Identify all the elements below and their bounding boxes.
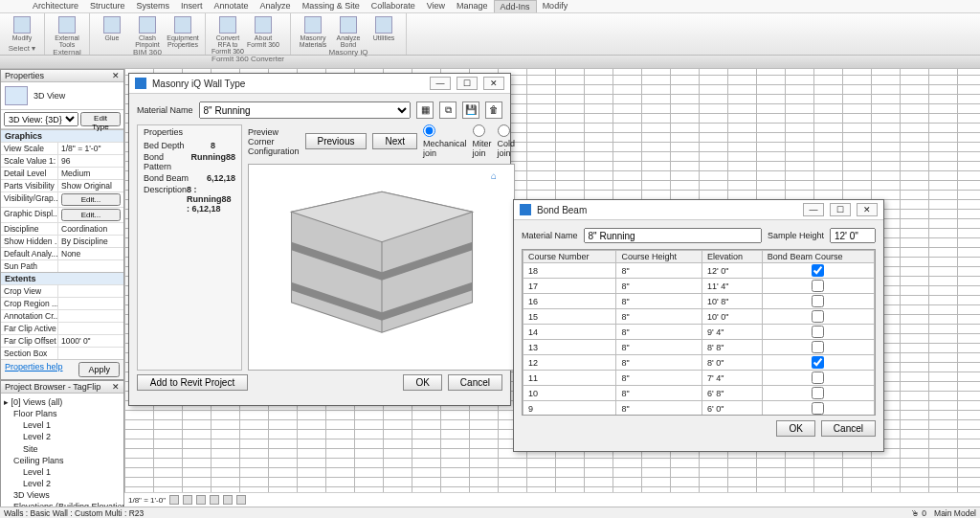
ribbon-button[interactable]: Clash Pinpoint: [131, 15, 164, 48]
ribbon-tab[interactable]: Add-Ins: [494, 0, 537, 12]
apply-button[interactable]: Apply: [78, 362, 120, 377]
table-row[interactable]: 178"11' 4": [523, 279, 875, 294]
edit-button[interactable]: Edit...: [61, 193, 121, 206]
ribbon-button[interactable]: Convert RFA to FormIt 360: [212, 15, 244, 55]
close-button[interactable]: ✕: [857, 203, 878, 216]
bond-beam-checkbox[interactable]: [812, 280, 824, 292]
minimize-button[interactable]: —: [430, 77, 451, 90]
ribbon-button[interactable]: Masonry Materials: [297, 15, 329, 48]
ok-button[interactable]: OK: [776, 420, 814, 437]
cold-join-radio[interactable]: Cold join: [498, 124, 516, 158]
property-row[interactable]: Default Analy...None: [1, 247, 123, 259]
sun-path-icon[interactable]: [196, 495, 206, 505]
column-header[interactable]: Bond Beam Course: [762, 251, 874, 263]
view-selector[interactable]: 3D View: {3D}: [4, 112, 78, 126]
column-header[interactable]: Course Height: [616, 251, 702, 263]
ribbon-button[interactable]: Glue: [96, 15, 128, 48]
maximize-button[interactable]: ☐: [457, 77, 478, 90]
tree-node[interactable]: Level 2: [4, 431, 121, 442]
corner-preview[interactable]: ⌂: [248, 164, 515, 371]
cancel-button[interactable]: Cancel: [821, 420, 876, 437]
ribbon-tab[interactable]: Insert: [175, 0, 209, 12]
table-row[interactable]: 158"10' 0": [523, 309, 875, 325]
property-row[interactable]: DisciplineCoordination: [1, 222, 123, 235]
tree-node[interactable]: 3D Views: [4, 489, 121, 501]
ribbon-button[interactable]: About FormIt 360: [247, 15, 279, 55]
save-icon[interactable]: 💾: [462, 101, 479, 119]
properties-help-link[interactable]: Properties help: [5, 362, 63, 377]
ribbon-button[interactable]: Equipment Properties: [167, 15, 199, 48]
ribbon-tab[interactable]: Massing & Site: [297, 0, 366, 12]
crop-icon[interactable]: [223, 495, 233, 505]
bond-beam-checkbox[interactable]: [812, 295, 824, 307]
bond-beam-checkbox[interactable]: [812, 356, 824, 369]
edit-button[interactable]: Edit...: [61, 209, 121, 221]
maximize-button[interactable]: ☐: [830, 203, 851, 216]
home-icon[interactable]: ⌂: [491, 170, 506, 186]
ribbon-tab[interactable]: Annotate: [209, 0, 255, 12]
delete-icon[interactable]: 🗑: [485, 101, 502, 119]
ribbon-tab[interactable]: Analyze: [255, 0, 297, 12]
ribbon-tab[interactable]: View: [421, 0, 451, 12]
bond-beam-checkbox[interactable]: [812, 264, 824, 277]
ribbon-button[interactable]: Analyze Bond: [332, 15, 365, 48]
close-icon[interactable]: ✕: [112, 382, 120, 392]
bond-beam-checkbox[interactable]: [812, 341, 824, 353]
shadow-icon[interactable]: [210, 495, 219, 505]
ribbon-button[interactable]: External Tools: [51, 15, 83, 48]
duplicate-icon[interactable]: ⧉: [439, 101, 457, 119]
column-header[interactable]: Course Number: [523, 251, 616, 263]
tree-node[interactable]: Ceiling Plans: [4, 455, 121, 466]
new-icon[interactable]: ▦: [416, 101, 434, 119]
property-row[interactable]: View Scale1/8" = 1'-0": [1, 142, 123, 154]
close-button[interactable]: ✕: [483, 77, 504, 90]
view-scale-readout[interactable]: 1/8" = 1'-0": [128, 496, 166, 505]
property-row[interactable]: Sun Path: [1, 259, 123, 272]
close-icon[interactable]: ✕: [112, 71, 120, 80]
minimize-button[interactable]: —: [803, 203, 824, 216]
tree-node[interactable]: ▸ [0] Views (all): [4, 396, 121, 408]
material-name-input[interactable]: [584, 228, 762, 243]
ribbon-button[interactable]: Utilities: [368, 15, 400, 48]
bond-beam-checkbox[interactable]: [812, 402, 824, 415]
table-row[interactable]: 138"8' 8": [523, 340, 875, 355]
ribbon-tab[interactable]: Systems: [131, 0, 176, 12]
ribbon-tab[interactable]: Structure: [84, 0, 131, 12]
material-name-select[interactable]: 8" Running: [199, 101, 411, 119]
tree-node[interactable]: Floor Plans: [4, 408, 121, 419]
property-row[interactable]: Scale Value 1:96: [1, 154, 123, 167]
table-row[interactable]: 98"6' 0": [523, 401, 875, 417]
tree-node[interactable]: Level 1: [4, 419, 121, 431]
property-row[interactable]: Visibility/Grap...Edit...: [1, 191, 123, 207]
property-row[interactable]: Far Clip Active: [1, 322, 123, 334]
property-row[interactable]: Detail LevelMedium: [1, 167, 123, 179]
bond-beam-checkbox[interactable]: [812, 372, 824, 384]
edit-type-button[interactable]: Edit Type: [80, 112, 121, 126]
property-row[interactable]: Annotation Cr...: [1, 309, 123, 322]
bond-beam-checkbox[interactable]: [812, 326, 824, 338]
bond-beam-checkbox[interactable]: [812, 387, 824, 399]
property-row[interactable]: Far Clip Offset1000' 0": [1, 334, 123, 347]
main-model-label[interactable]: Main Model: [934, 508, 976, 518]
ribbon-tab[interactable]: Collaborate: [366, 0, 421, 12]
sample-height-input[interactable]: [830, 228, 876, 243]
table-row[interactable]: 108"6' 8": [523, 386, 875, 401]
column-header[interactable]: Elevation: [702, 251, 763, 263]
detail-level-icon[interactable]: [169, 495, 179, 505]
property-row[interactable]: Graphic Displ...Edit...: [1, 207, 123, 222]
miter-join-radio[interactable]: Miter join: [473, 124, 492, 158]
property-row[interactable]: Crop View: [1, 284, 123, 297]
table-row[interactable]: 118"7' 4": [523, 371, 875, 386]
tree-node[interactable]: Level 2: [4, 478, 121, 489]
table-row[interactable]: 128"8' 0": [523, 355, 875, 371]
add-to-project-button[interactable]: Add to Revit Project: [137, 374, 248, 391]
ribbon-tab[interactable]: Manage: [451, 0, 494, 12]
property-row[interactable]: Section Box: [1, 347, 123, 359]
tree-node[interactable]: Site: [4, 443, 121, 455]
table-row[interactable]: 148"9' 4": [523, 325, 875, 340]
ok-button[interactable]: OK: [403, 374, 441, 391]
next-button[interactable]: Next: [372, 133, 417, 149]
ribbon-tab[interactable]: Modify: [537, 0, 574, 12]
cancel-button[interactable]: Cancel: [448, 374, 502, 391]
table-row[interactable]: 168"10' 8": [523, 294, 875, 309]
